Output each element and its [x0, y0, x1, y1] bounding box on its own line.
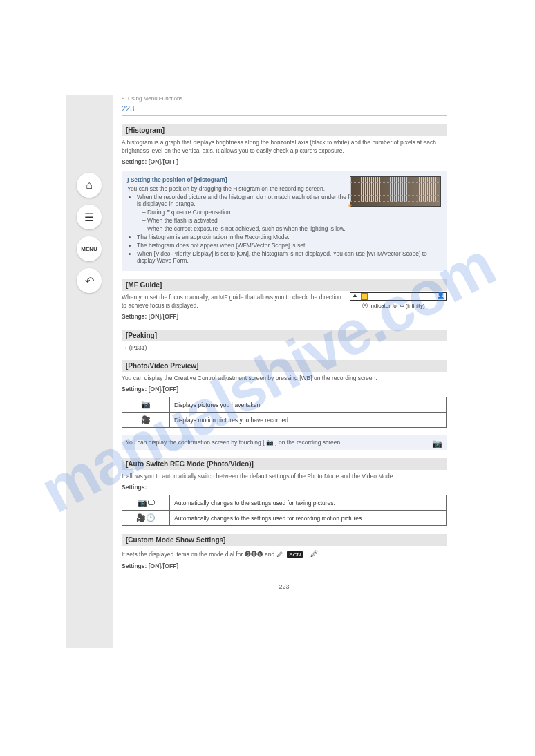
- breadcrumb: 9. Using Menu Functions: [122, 95, 447, 102]
- hist-note-2: – When the flash is activated: [142, 217, 441, 224]
- sidebar: ⌂ ☰ MENU ↶: [66, 95, 113, 648]
- section-histogram-header: [Histogram]: [122, 124, 447, 136]
- histogram-info-box: ☀ ∫ Setting the position of [Histogram] …: [122, 171, 447, 271]
- histogram-body: A histogram is a graph that displays bri…: [122, 139, 447, 155]
- customdial-body: It sets the displayed items on the mode …: [122, 549, 447, 559]
- autooff-table: 📷🖵 Automatically changes to the settings…: [122, 495, 447, 526]
- person-icon: 👤: [437, 292, 444, 299]
- page-number: 223: [122, 583, 447, 590]
- video-icon: 🎥: [122, 413, 170, 428]
- divider: [122, 115, 447, 116]
- section-peaking-header: [Peaking]: [122, 330, 447, 341]
- histogram-preview-image: ☀: [350, 176, 441, 207]
- mf-guide-figure: ▲ 👤 Ⓐ Indicator for ∞ (infinity): [350, 291, 447, 310]
- autooff-row2-text: Automatically changes to the settings us…: [170, 511, 447, 526]
- mf-slider-marker: [361, 293, 368, 300]
- peaking-body: → (P131): [122, 344, 447, 352]
- hist-note-1: – During Exposure Compensation: [142, 209, 441, 216]
- page-content: 9. Using Menu Functions 223 [Histogram] …: [122, 95, 447, 590]
- hist-note-6: When [Video-Priority Display] is set to …: [137, 250, 441, 264]
- section-displaymode-header: [Photo/Video Preview]: [122, 360, 447, 372]
- video-mode-text: Displays motion pictures you have record…: [170, 413, 447, 428]
- video-timer-icon: 🎥🕒: [122, 511, 170, 526]
- back-icon[interactable]: ↶: [77, 268, 102, 293]
- brush-icon: 🖉: [310, 549, 318, 558]
- autooff-body: It allows you to automatically switch be…: [122, 473, 447, 481]
- section-customdial-header: [Custom Mode Show Settings]: [122, 534, 447, 546]
- displaymode-settings: Settings: [ON]/[OFF]: [122, 386, 447, 393]
- mountain-icon: ▲: [352, 292, 358, 299]
- hist-note-3: – When the correct exposure is not achie…: [142, 225, 441, 232]
- autooff-row1-text: Automatically changes to the settings us…: [170, 495, 447, 511]
- displaymode-table: 📷 Displays pictures you have taken. 🎥 Di…: [122, 397, 447, 428]
- histogram-settings: Settings: [ON]/[OFF]: [122, 158, 447, 165]
- photo-mode-text: Displays pictures you have taken.: [170, 397, 447, 413]
- page-title: 223: [122, 104, 447, 113]
- confirm-info-body: You can display the confirmation screen …: [126, 439, 342, 446]
- photo-burst-icon: 📷🖵: [122, 495, 170, 511]
- hist-note-4: The histogram is an approximation in the…: [137, 234, 441, 240]
- autooff-settings: Settings:: [122, 484, 447, 491]
- scn-icon: SCN: [287, 551, 303, 558]
- mfguide-settings: Settings: [ON]/[OFF]: [122, 313, 447, 320]
- camera-inline-icon: 📷: [432, 439, 442, 448]
- menu-icon[interactable]: MENU: [77, 236, 102, 261]
- home-icon[interactable]: ⌂: [77, 173, 102, 198]
- list-icon[interactable]: ☰: [77, 205, 102, 229]
- section-autooff-header: [Auto Switch REC Mode (Photo/Video)]: [122, 458, 447, 470]
- photo-icon: 📷: [122, 397, 170, 413]
- customdial-settings: Settings: [ON]/[OFF]: [122, 563, 447, 569]
- displaymode-body: You can display the Creative Control adj…: [122, 375, 447, 383]
- section-mfguide-header: [MF Guide]: [122, 279, 447, 291]
- confirm-info-box: 📷 You can display the confirmation scree…: [122, 435, 447, 450]
- mf-annot-a: Ⓐ: [362, 303, 368, 309]
- hist-note-5: The histogram does not appear when [WFM/…: [137, 242, 441, 249]
- mf-annot-label: Indicator for ∞ (infinity): [369, 303, 424, 309]
